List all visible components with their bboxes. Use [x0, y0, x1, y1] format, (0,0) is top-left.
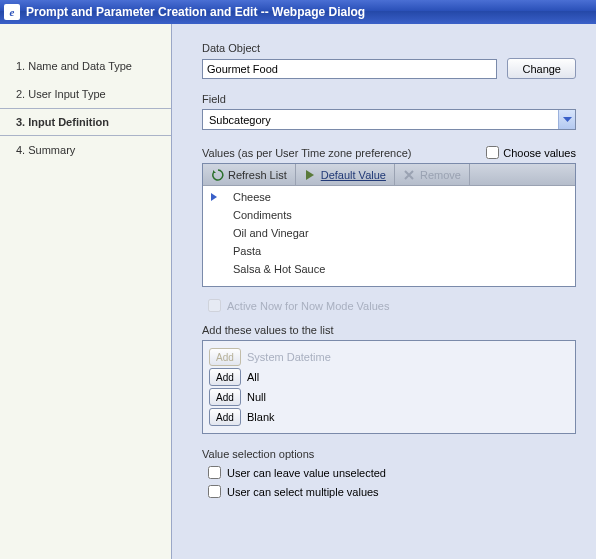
field-label: Field	[202, 93, 576, 105]
ie-icon: e	[4, 4, 20, 20]
add-row-label: Blank	[247, 411, 275, 423]
chevron-down-icon	[558, 110, 575, 129]
list-item[interactable]: Pasta	[203, 242, 575, 260]
list-item-label: Condiments	[233, 209, 292, 221]
leave-unselected-label: User can leave value unselected	[227, 467, 386, 479]
play-icon	[304, 168, 317, 181]
dialog-title: Prompt and Parameter Creation and Edit -…	[26, 5, 365, 19]
list-item-label: Pasta	[233, 245, 261, 257]
step-label: 3. Input Definition	[16, 116, 109, 128]
list-item[interactable]: Condiments	[203, 206, 575, 224]
list-item[interactable]: Salsa & Hot Sauce	[203, 260, 575, 278]
add-null-button[interactable]: Add	[209, 388, 241, 406]
add-row-label: Null	[247, 391, 266, 403]
add-row-label: All	[247, 371, 259, 383]
list-item[interactable]: Cheese	[203, 188, 575, 206]
add-values-box: Add System Datetime Add All Add Null Add…	[202, 340, 576, 434]
active-now-input	[208, 299, 221, 312]
step-input-definition[interactable]: 3. Input Definition	[0, 108, 171, 136]
values-label: Values (as per User Time zone preference…	[202, 147, 412, 159]
select-multiple-input[interactable]	[208, 485, 221, 498]
data-object-input[interactable]	[202, 59, 497, 79]
add-null-row: Add Null	[209, 388, 569, 406]
list-item-label: Oil and Vinegar	[233, 227, 309, 239]
data-object-label: Data Object	[202, 42, 576, 54]
default-value-label: Default Value	[321, 169, 386, 181]
step-summary[interactable]: 4. Summary	[0, 136, 171, 164]
add-values-label: Add these values to the list	[202, 324, 576, 336]
refresh-icon	[211, 168, 224, 181]
leave-unselected-checkbox[interactable]: User can leave value unselected	[208, 466, 576, 479]
list-item-label: Salsa & Hot Sauce	[233, 263, 325, 275]
step-label: 4. Summary	[16, 144, 75, 156]
add-all-button[interactable]: Add	[209, 368, 241, 386]
active-now-checkbox: Active Now for Now Mode Values	[208, 299, 576, 312]
remove-icon	[403, 168, 416, 181]
step-user-input-type[interactable]: 2. User Input Type	[0, 80, 171, 108]
add-all-row: Add All	[209, 368, 569, 386]
choose-values-label: Choose values	[503, 147, 576, 159]
refresh-list-button[interactable]: Refresh List	[203, 164, 296, 185]
default-value-button[interactable]: Default Value	[296, 164, 395, 185]
list-item-label: Cheese	[233, 191, 271, 203]
add-system-datetime-button: Add	[209, 348, 241, 366]
values-list: Cheese Condiments Oil and Vinegar Pasta …	[203, 186, 575, 286]
step-label: 2. User Input Type	[16, 88, 106, 100]
wizard-steps-sidebar: 1. Name and Data Type 2. User Input Type…	[0, 24, 172, 559]
choose-values-input[interactable]	[486, 146, 499, 159]
title-bar: e Prompt and Parameter Creation and Edit…	[0, 0, 596, 24]
active-now-label: Active Now for Now Mode Values	[227, 300, 389, 312]
step-name-data-type[interactable]: 1. Name and Data Type	[0, 52, 171, 80]
remove-label: Remove	[420, 169, 461, 181]
choose-values-checkbox[interactable]: Choose values	[486, 146, 576, 159]
values-toolbar: Refresh List Default Value Remove	[203, 164, 575, 186]
add-system-datetime-row: Add System Datetime	[209, 348, 569, 366]
remove-button: Remove	[395, 164, 470, 185]
add-blank-button[interactable]: Add	[209, 408, 241, 426]
add-row-label: System Datetime	[247, 351, 331, 363]
refresh-list-label: Refresh List	[228, 169, 287, 181]
step-label: 1. Name and Data Type	[16, 60, 132, 72]
add-blank-row: Add Blank	[209, 408, 569, 426]
change-button[interactable]: Change	[507, 58, 576, 79]
list-item[interactable]: Oil and Vinegar	[203, 224, 575, 242]
select-multiple-label: User can select multiple values	[227, 486, 379, 498]
select-multiple-checkbox[interactable]: User can select multiple values	[208, 485, 576, 498]
value-selection-options-label: Value selection options	[202, 448, 576, 460]
field-select-value: Subcategory	[203, 114, 558, 126]
content-panel: Data Object Change Field Subcategory Val…	[172, 24, 596, 559]
values-list-box: Refresh List Default Value Remove Cheese	[202, 163, 576, 287]
leave-unselected-input[interactable]	[208, 466, 221, 479]
field-select[interactable]: Subcategory	[202, 109, 576, 130]
main-area: 1. Name and Data Type 2. User Input Type…	[0, 24, 596, 559]
